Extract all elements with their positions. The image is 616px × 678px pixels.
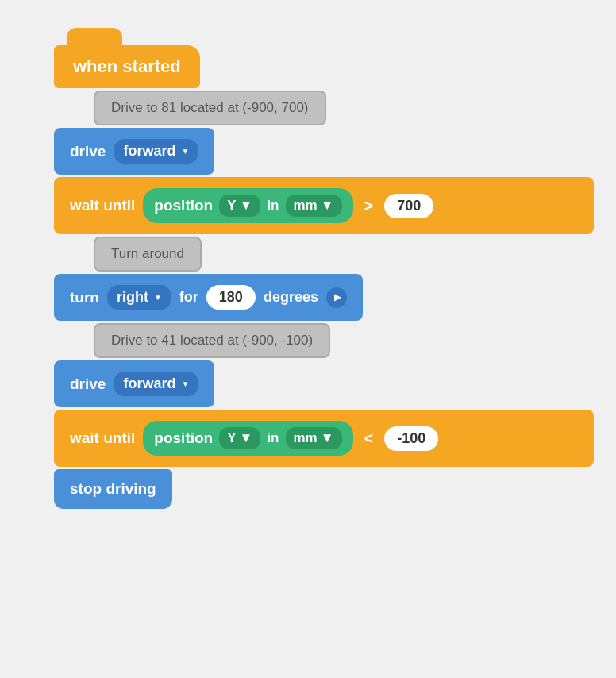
threshold-value-1[interactable]: 700 <box>384 194 433 218</box>
comment-block-2: Turn around <box>94 237 202 272</box>
comment-text-2: Turn around <box>111 246 184 261</box>
blocks-stack: when started Drive to 81 located at (-90… <box>54 28 594 509</box>
turn-label: turn <box>70 289 99 306</box>
drive-direction-arrow-1: ▼ <box>181 147 189 156</box>
wait-block-2: wait until position Y ▼ in mm ▼ < -100 <box>54 410 594 467</box>
turn-direction-arrow: ▼ <box>154 293 162 302</box>
wait-block-1: wait until position Y ▼ in mm ▼ > 700 <box>54 177 594 234</box>
axis-value-2: Y <box>227 430 236 446</box>
sensor-group-2: position Y ▼ in mm ▼ <box>143 421 352 456</box>
axis-arrow-1: ▼ <box>240 198 253 214</box>
unit-label-in-2: in <box>267 430 279 446</box>
threshold-value-2[interactable]: -100 <box>384 426 438 451</box>
sensor-name-2: position <box>154 430 213 447</box>
comment-block-1: Drive to 81 located at (-900, 700) <box>94 91 326 125</box>
drive-direction-dropdown-1[interactable]: forward ▼ <box>114 139 198 164</box>
turn-direction-dropdown[interactable]: right ▼ <box>107 285 171 310</box>
wait-label-2: wait until <box>70 430 135 447</box>
hat-bump <box>67 28 122 45</box>
wait-label-1: wait until <box>70 197 135 214</box>
stop-block: stop driving <box>54 469 172 509</box>
drive-direction-dropdown-2[interactable]: forward ▼ <box>114 372 198 396</box>
unit-value-2: mm <box>294 430 318 446</box>
operator-1: > <box>364 197 374 215</box>
axis-dropdown-1[interactable]: Y ▼ <box>219 195 260 217</box>
turn-play-button[interactable] <box>326 287 347 308</box>
unit-arrow-2: ▼ <box>321 430 334 446</box>
drive-direction-value-1: forward <box>123 143 175 160</box>
drive-direction-value-2: forward <box>123 376 175 392</box>
sensor-group-1: position Y ▼ in mm ▼ <box>143 188 352 223</box>
axis-dropdown-2[interactable]: Y ▼ <box>219 427 260 449</box>
turn-direction-value: right <box>117 289 148 306</box>
when-started-label: when started <box>54 45 200 88</box>
drive-block-2: drive forward ▼ <box>54 360 214 407</box>
operator-2: < <box>364 430 374 448</box>
axis-value-1: Y <box>227 198 236 214</box>
sensor-name-1: position <box>154 197 213 214</box>
comment-text-3: Drive to 41 located at (-900, -100) <box>111 333 313 348</box>
turn-for-label: for <box>179 289 198 306</box>
comment-text-1: Drive to 81 located at (-900, 700) <box>111 100 309 115</box>
unit-value-1: mm <box>294 198 318 214</box>
unit-dropdown-2[interactable]: mm ▼ <box>286 427 342 449</box>
unit-label-in-1: in <box>267 198 279 214</box>
turn-block: turn right ▼ for 180 degrees <box>54 274 363 321</box>
unit-dropdown-1[interactable]: mm ▼ <box>286 195 342 217</box>
drive-block-1: drive forward ▼ <box>54 128 214 175</box>
drive-direction-arrow-2: ▼ <box>181 379 189 388</box>
turn-degrees-label: degrees <box>264 289 318 306</box>
turn-amount[interactable]: 180 <box>206 285 256 310</box>
drive-label-2: drive <box>70 376 106 393</box>
comment-block-3: Drive to 41 located at (-900, -100) <box>94 323 330 358</box>
when-started-block: when started <box>54 28 200 88</box>
drive-label-1: drive <box>70 143 106 160</box>
unit-arrow-1: ▼ <box>321 198 334 214</box>
axis-arrow-2: ▼ <box>240 430 253 446</box>
stop-label: stop driving <box>70 480 156 498</box>
